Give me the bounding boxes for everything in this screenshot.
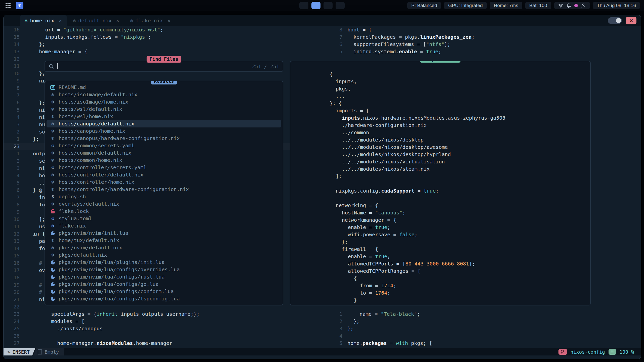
code-text: in [33,194,45,201]
toggle-switch[interactable] [608,17,622,24]
file-path: home/tux/default.nix [59,237,119,244]
file-result-row[interactable]: flake.nix [47,222,281,230]
workspace-button[interactable] [311,2,320,9]
code-text: ../../modules/nixos/desktop [330,137,424,143]
workspace-button[interactable] [299,2,308,9]
code-text: ../../modules/nixos/virtualisation [330,159,445,165]
user-icon [581,3,586,8]
status-chip[interactable]: GPU: Integrated [444,2,487,9]
file-result-row[interactable]: hosts/isoImage/home.nix [47,98,281,106]
file-result-row[interactable]: deploy.sh [47,193,281,200]
file-type-icon [50,215,56,222]
find-files-title: Find Files [146,56,181,63]
tab-close-icon[interactable]: × [59,15,62,26]
nix-file-icon [73,15,76,26]
editor-tab[interactable]: flake.nix × [125,15,176,26]
code-line: 14 }; [4,41,290,48]
code-line: 1 name = "Tela-black"; [290,310,641,318]
file-result-row[interactable]: pkgs/default.nix [47,251,281,259]
file-result-row[interactable]: pkgs/nvim/nvim/init.lua [47,230,281,237]
line-number: 22 [4,303,20,310]
file-type-icon [50,297,56,301]
code-line: 24 modules = [ [4,318,290,325]
code-line: 7 kernelPackages = pkgs.linuxPackages_ze… [290,33,641,41]
app-launcher-icon[interactable] [4,2,12,10]
file-result-row[interactable]: pkgs/nvim/nvim/lua/configs/conform.lua [47,288,281,295]
line-number: 16 [4,259,20,267]
file-result-row[interactable]: hosts/canopus/default.nix [47,120,281,127]
editor-tab[interactable]: home.nix × [20,15,67,26]
file-result-row[interactable]: pkgs/nvim/default.nix [47,244,281,251]
file-result-row[interactable]: hosts/controller/default.nix [47,171,281,178]
workspace-button[interactable] [324,2,333,9]
nix-logo-icon[interactable]: ❄ [16,2,24,10]
file-result-row[interactable]: stylua.toml [47,215,281,222]
file-type-icon [50,244,56,251]
file-result-row[interactable]: hosts/wsl/default.nix [47,106,281,113]
code-text: } @ [33,187,42,194]
status-chip[interactable]: P: Balanced [407,2,441,9]
clock[interactable]: Thu Aug 08, 18:16 [593,2,640,9]
code-text: initrd.systemd.enable = true; [347,48,441,55]
file-result-row[interactable]: hosts/canopus/home.nix [47,127,281,135]
file-type-icon [50,200,56,208]
line-number: 11 [4,223,20,230]
find-files-prompt[interactable]: Find Files 251 / 251 [45,61,283,72]
file-result-row[interactable]: pkgs/nvim/nvim/lua/configs/lspconfig.lua [47,295,281,302]
file-path: hosts/canopus/hardware-configuration.nix [59,135,180,142]
file-result-row[interactable]: overlays/default.nix [47,200,281,208]
file-path: overlays/default.nix [59,200,119,208]
line-number: 27 [4,340,20,347]
file-result-row[interactable]: pkgs/nvim/nvim/lua/configs/overrides.lua [47,266,281,273]
status-chip[interactable]: Home: 7ms [490,2,522,9]
code-text: enable = true; [330,253,390,259]
file-result-row[interactable]: hosts/controller/hardware-configuration.… [47,186,281,193]
file-result-row[interactable]: hosts/controller/home.nix [47,178,281,186]
line-number: 23 [4,143,20,150]
editor-tab[interactable]: default.nix × [68,15,124,26]
code-line: 5 initrd.systemd.enable = true; [290,48,641,55]
editor-split-right-top[interactable]: 8 boot = { 7 kernelPackages = pkgs.linux… [290,26,641,55]
editor-split-right-bottom[interactable]: 1 name = "Tela-black"; 2 }; 3 }; 4 5 hom… [290,310,641,347]
code-text: allowedTCPPortRanges = [ [330,268,421,274]
system-tray[interactable] [554,2,590,9]
line-number: 14 [4,245,20,252]
file-result-row[interactable]: hosts/isoImage/default.nix [47,91,281,98]
search-icon [49,64,54,69]
file-result-row[interactable]: hosts/common/default.nix [47,149,281,157]
code-text: home-manager = { [33,48,88,55]
code-line: 13 home-manager = { [4,48,290,55]
file-result-row[interactable]: pkgs/nvim/nvim/lua/plugins/init.lua [47,259,281,266]
code-line: 2 }; [290,318,641,325]
code-text: allowedTCPPorts = [80 443 3000 6666 8081… [330,261,475,267]
window-close-button[interactable]: × [626,17,636,24]
tab-close-icon[interactable]: × [116,15,119,26]
file-path: pkgs/nvim/nvim/lua/plugins/init.lua [59,259,165,266]
tab-close-icon[interactable]: × [168,15,171,26]
file-result-row[interactable]: pkgs/nvim/nvim/lua/configs/rust.lua [47,273,281,281]
lines-icon [609,349,616,355]
file-result-row[interactable]: flake.lock [47,208,281,215]
line-number: 10 [4,70,20,77]
status-chip[interactable]: Bat: 100 [525,2,551,9]
code-text: ./hosts/canopus [33,325,103,332]
workspace-button[interactable] [336,2,345,9]
tab-label: flake.nix [136,15,163,26]
file-result-row[interactable]: home/tux/default.nix [47,237,281,244]
line-number: 2 [326,318,342,325]
line-number: 8 [4,201,20,208]
line-number: 13 [4,48,20,55]
file-result-row[interactable]: pkgs/nvim/nvim/lua/configs/go.lua [47,281,281,288]
file-result-row[interactable]: hosts/controller/secrets.yaml [47,164,281,171]
file-result-row[interactable]: hosts/wsl/home.nix [47,113,281,120]
preview-code-line: { [293,63,590,71]
code-line: 3 }; [290,325,641,332]
file-result-row[interactable]: hosts/canopus/hardware-configuration.nix [47,135,281,142]
file-type-icon [50,282,56,286]
file-result-row[interactable]: hosts/common/secrets.yaml [47,142,281,149]
file-result-row[interactable]: README.md [47,84,281,91]
line-number: 16 [4,26,20,33]
file-path: hosts/common/secrets.yaml [59,142,134,149]
file-result-row[interactable]: hosts/common/home.nix [47,157,281,164]
file-indicator: Empty [33,348,64,355]
